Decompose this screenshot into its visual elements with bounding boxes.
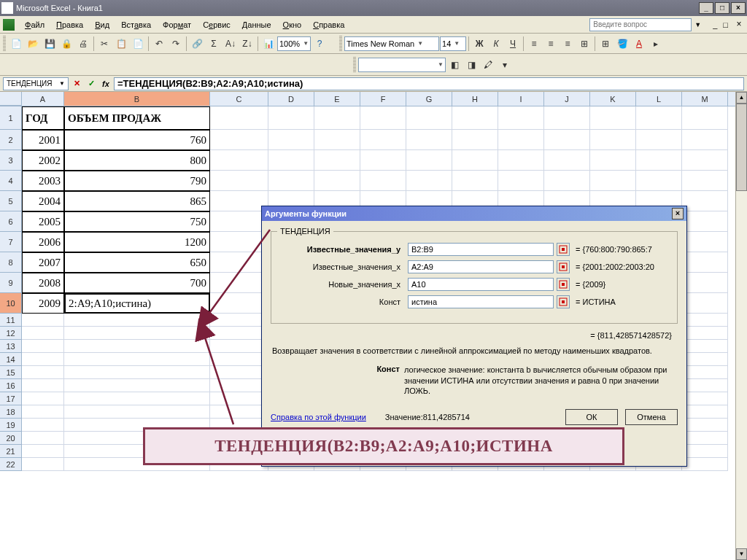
document-icon[interactable] — [3, 19, 15, 31]
range-picker-icon[interactable] — [557, 260, 570, 273]
help-dropdown-icon[interactable]: ▼ — [694, 21, 701, 28]
arg-input-3[interactable] — [408, 295, 554, 308]
col-header-h[interactable]: H — [452, 92, 498, 106]
arg-input-1[interactable] — [408, 260, 554, 273]
row-header-12[interactable]: 12 — [0, 327, 22, 340]
cell-b6[interactable]: 750 — [64, 211, 210, 232]
row-header-22[interactable]: 22 — [0, 458, 22, 471]
row-header-4[interactable]: 4 — [0, 171, 22, 191]
highlighter-icon[interactable]: 🖍 — [480, 57, 496, 73]
row-header-19[interactable]: 19 — [0, 419, 22, 432]
fill-color-icon[interactable]: 🪣 — [614, 36, 630, 52]
row-header-10[interactable]: 10 — [0, 293, 22, 314]
menu-data[interactable]: Данные — [236, 19, 277, 31]
col-header-c[interactable]: C — [210, 92, 268, 106]
copy-icon[interactable]: 📋 — [113, 36, 129, 52]
menu-insert[interactable]: Вставка — [115, 19, 157, 31]
row-header-11[interactable]: 11 — [0, 314, 22, 327]
restore-button[interactable]: □ — [715, 2, 729, 14]
insert-combo[interactable]: ▼ — [358, 58, 446, 72]
help-icon[interactable]: ? — [311, 36, 328, 52]
print-icon[interactable]: 🖨 — [75, 36, 91, 52]
borders-icon[interactable]: ⊞ — [597, 36, 614, 52]
chart-icon[interactable]: 📊 — [260, 36, 276, 52]
cell-a7[interactable]: 2006 — [22, 232, 64, 252]
cell-b10-active[interactable]: 2:A9;A10;истина) — [64, 293, 210, 314]
cell-a8[interactable]: 2007 — [22, 252, 64, 273]
menu-window[interactable]: Окно — [277, 19, 308, 31]
name-box[interactable]: ТЕНДЕНЦИЯ▼ — [3, 77, 69, 90]
row-header-17[interactable]: 17 — [0, 392, 22, 405]
toolbar-handle[interactable] — [3, 36, 6, 52]
doc-restore-button[interactable]: □ — [723, 20, 728, 29]
col-header-j[interactable]: J — [544, 92, 590, 106]
cell-b2[interactable]: 760 — [64, 130, 210, 150]
formula-enter-button[interactable]: ✓ — [85, 77, 98, 90]
sort-desc-icon[interactable]: Z↓ — [239, 36, 255, 52]
insert-function-button[interactable]: fx — [99, 77, 112, 90]
col-header-f[interactable]: F — [360, 92, 406, 106]
col-header-i[interactable]: I — [498, 92, 544, 106]
range-picker-icon[interactable] — [557, 278, 570, 291]
col-header-k[interactable]: K — [590, 92, 636, 106]
arg-input-0[interactable] — [408, 243, 554, 256]
cell-b9[interactable]: 700 — [64, 273, 210, 293]
doc-minimize-button[interactable]: _ — [713, 20, 717, 29]
save-icon[interactable]: 💾 — [42, 36, 58, 52]
menu-tools[interactable]: Сервис — [197, 19, 236, 31]
col-header-g[interactable]: G — [406, 92, 452, 106]
formula-input[interactable]: =ТЕНДЕНЦИЯ(B2:B9;A2:A9;A10;истина) — [114, 77, 744, 90]
cell-b5[interactable]: 865 — [64, 191, 210, 211]
font-size-combo[interactable]: 14▼ — [440, 36, 466, 51]
cell-a9[interactable]: 2008 — [22, 273, 64, 293]
font-color-icon[interactable]: A — [631, 36, 647, 52]
row-header-21[interactable]: 21 — [0, 445, 22, 458]
doc-close-button[interactable]: × — [734, 20, 744, 30]
close-button[interactable]: × — [731, 2, 746, 14]
bold-icon[interactable]: Ж — [471, 36, 487, 52]
underline-icon[interactable]: Ч — [505, 36, 521, 52]
merge-icon[interactable]: ⊞ — [576, 36, 592, 52]
dialog-titlebar[interactable]: Аргументы функции × — [262, 206, 686, 221]
insert-icon-1[interactable]: ◧ — [446, 57, 462, 73]
scroll-down-icon[interactable]: ▼ — [736, 548, 747, 560]
paste-icon[interactable]: 📄 — [130, 36, 146, 52]
redo-icon[interactable]: ↷ — [168, 36, 184, 52]
ok-button[interactable]: ОК — [565, 409, 618, 425]
cell-b7[interactable]: 1200 — [64, 232, 210, 252]
row-header-14[interactable]: 14 — [0, 353, 22, 366]
new-icon[interactable]: 📄 — [8, 36, 24, 52]
minimize-button[interactable]: _ — [699, 2, 713, 14]
range-picker-icon[interactable] — [557, 295, 570, 308]
cut-icon[interactable]: ✂ — [96, 36, 112, 52]
help-link[interactable]: Справка по этой функции — [271, 413, 366, 421]
col-header-b[interactable]: B — [64, 92, 210, 106]
menu-view[interactable]: Вид — [89, 19, 115, 31]
select-all-corner[interactable] — [0, 92, 22, 106]
cell-b1[interactable]: ОБЪЕМ ПРОДАЖ — [64, 106, 210, 130]
cell-b4[interactable]: 790 — [64, 171, 210, 191]
hyperlink-icon[interactable]: 🔗 — [189, 36, 205, 52]
row-header-16[interactable]: 16 — [0, 379, 22, 392]
row-header-20[interactable]: 20 — [0, 432, 22, 445]
row-header-13[interactable]: 13 — [0, 340, 22, 353]
cell-c1[interactable] — [210, 106, 268, 130]
font-name-combo[interactable]: Times New Roman▼ — [344, 36, 439, 51]
row-header-18[interactable]: 18 — [0, 405, 22, 419]
row-header-2[interactable]: 2 — [0, 130, 22, 150]
cell-a2[interactable]: 2001 — [22, 130, 64, 150]
align-right-icon[interactable]: ≡ — [560, 36, 576, 52]
col-header-a[interactable]: A — [22, 92, 64, 106]
menu-file[interactable]: Файл — [19, 19, 50, 31]
row-header-9[interactable]: 9 — [0, 273, 22, 293]
options-icon[interactable]: ▾ — [497, 57, 513, 73]
row-header-8[interactable]: 8 — [0, 252, 22, 273]
col-header-d[interactable]: D — [268, 92, 314, 106]
cell-a4[interactable]: 2003 — [22, 171, 64, 191]
row-header-6[interactable]: 6 — [0, 211, 22, 232]
insert-icon-2[interactable]: ◨ — [463, 57, 479, 73]
menu-edit[interactable]: Правка — [50, 19, 89, 31]
cell-a10[interactable]: 2009 — [22, 293, 64, 314]
row-header-1[interactable]: 1 — [0, 106, 22, 130]
row-header-5[interactable]: 5 — [0, 191, 22, 211]
